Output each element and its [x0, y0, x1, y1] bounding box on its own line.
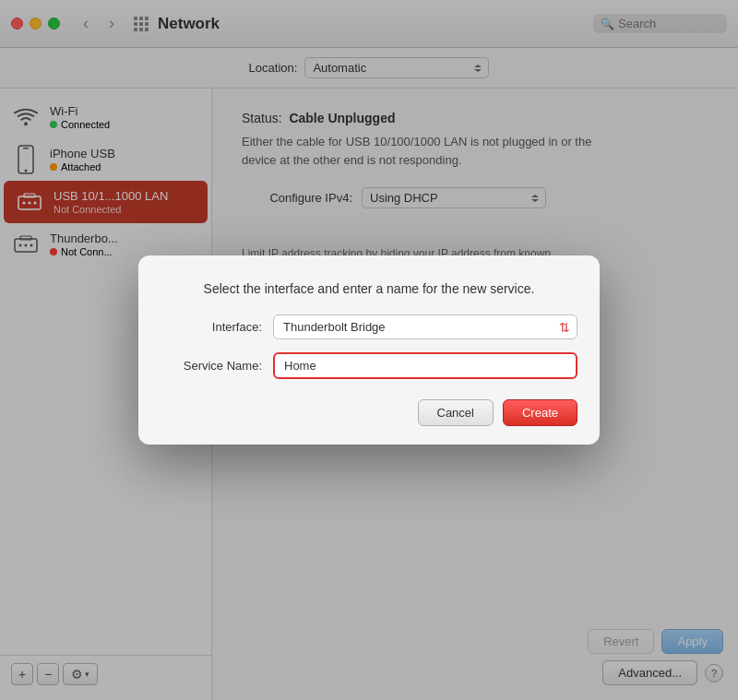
dialog-interface-select-wrap: Thunderbolt Bridge Wi-Fi Ethernet ⇅ — [273, 314, 577, 339]
dialog-message: Select the interface and enter a name fo… — [161, 281, 577, 296]
dialog-interface-select[interactable]: Thunderbolt Bridge Wi-Fi Ethernet — [273, 314, 577, 339]
new-service-dialog: Select the interface and enter a name fo… — [138, 255, 600, 445]
dialog-interface-row: Interface: Thunderbolt Bridge Wi-Fi Ethe… — [161, 314, 577, 339]
dialog-service-name-row: Service Name: — [161, 352, 577, 379]
dialog-service-name-label: Service Name: — [161, 359, 262, 373]
dialog-interface-label: Interface: — [161, 320, 262, 334]
dialog-form: Interface: Thunderbolt Bridge Wi-Fi Ethe… — [161, 314, 577, 426]
dialog-create-button[interactable]: Create — [503, 399, 577, 426]
dialog-cancel-button[interactable]: Cancel — [418, 399, 494, 426]
dialog-service-name-input[interactable] — [273, 352, 577, 379]
dialog-overlay: Select the interface and enter a name fo… — [0, 0, 738, 700]
dialog-buttons: Cancel Create — [161, 399, 577, 426]
